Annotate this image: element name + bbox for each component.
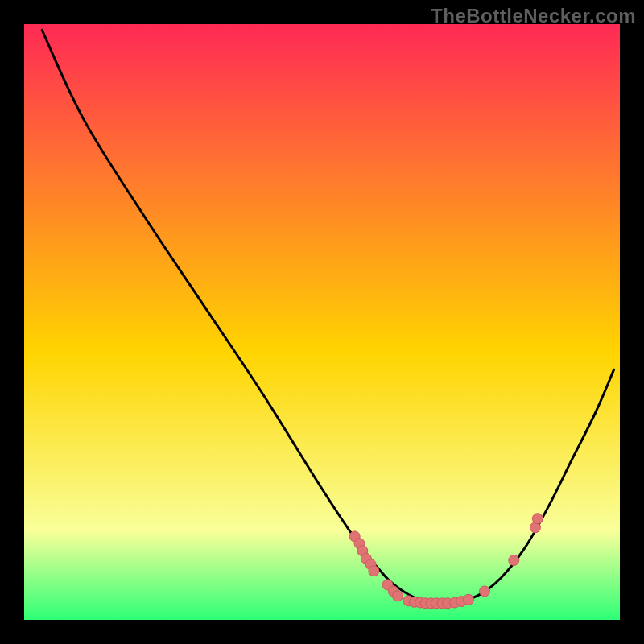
chart-stage: TheBottleNecker.com — [0, 0, 644, 644]
curve-point — [532, 514, 543, 524]
curve-point — [464, 594, 474, 605]
curve-point — [369, 566, 379, 576]
curve-point — [393, 591, 403, 601]
curve-point — [509, 555, 519, 566]
chart-svg — [0, 0, 644, 644]
curve-point — [480, 586, 490, 597]
